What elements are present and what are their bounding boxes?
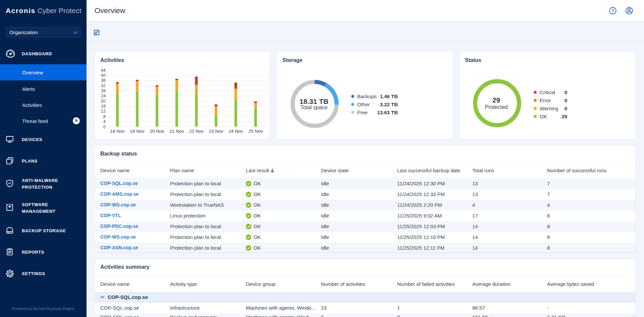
svg-text:18 Nov: 18 Nov bbox=[110, 129, 125, 134]
svg-text:32: 32 bbox=[101, 83, 106, 88]
svg-text:20 Nov: 20 Nov bbox=[150, 129, 164, 134]
svg-text:23 Nov: 23 Nov bbox=[209, 129, 223, 134]
svg-text:21 Nov: 21 Nov bbox=[170, 129, 184, 134]
svg-text:12: 12 bbox=[101, 109, 106, 114]
svg-text:4: 4 bbox=[103, 119, 106, 124]
svg-text:24: 24 bbox=[101, 93, 106, 98]
svg-text:40: 40 bbox=[101, 73, 106, 78]
svg-text:8: 8 bbox=[103, 114, 106, 119]
svg-text:22 Nov: 22 Nov bbox=[189, 129, 204, 134]
svg-text:24 Nov: 24 Nov bbox=[229, 129, 243, 134]
svg-text:?: ? bbox=[611, 8, 614, 13]
svg-text:44: 44 bbox=[101, 68, 106, 73]
svg-text:0: 0 bbox=[103, 124, 106, 129]
svg-text:19 Nov: 19 Nov bbox=[130, 129, 145, 134]
svg-text:28: 28 bbox=[101, 88, 106, 93]
svg-text:20: 20 bbox=[101, 99, 106, 104]
svg-text:25 Nov: 25 Nov bbox=[249, 129, 263, 134]
svg-text:16: 16 bbox=[101, 104, 106, 109]
svg-text:36: 36 bbox=[101, 78, 106, 83]
